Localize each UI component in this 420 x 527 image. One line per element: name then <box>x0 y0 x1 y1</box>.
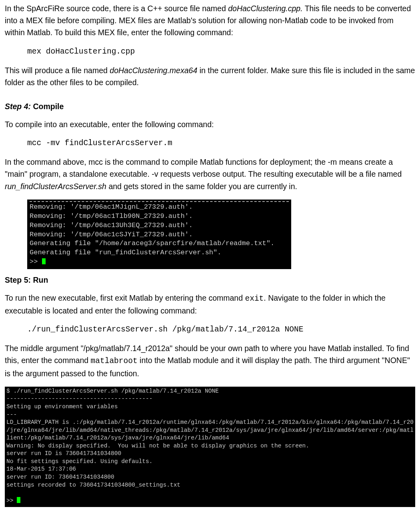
term-line: Generating file "run_findClusterArcsServ… <box>30 249 221 256</box>
prompt: >> <box>6 497 17 504</box>
inline-command: exit <box>245 294 264 303</box>
prompt: >> <box>30 258 42 265</box>
term-line: Removing: '/tmp/06ac13Uh3EQ_27329.auth'. <box>30 222 193 229</box>
filename: doHacClustering.cpp. <box>228 4 302 13</box>
paragraph-run-args: The middle argument "/pkg/matlab/7.14_r2… <box>5 342 415 379</box>
term-line: --- <box>6 411 17 418</box>
text: In the command above, mcc is the command… <box>5 158 402 178</box>
term-line: No fit settings specified. Using default… <box>6 458 152 465</box>
term-line: ----------------------------------------… <box>6 395 152 402</box>
cursor-icon <box>42 258 46 264</box>
term-line: 18-Mar-2015 17:37:06 <box>6 466 76 472</box>
text: To run the new executable, first exit Ma… <box>5 293 245 302</box>
paragraph-compile-intro: To compile into an executable, enter the… <box>5 118 415 130</box>
terminal-output-run: $ ./run_findClusterArcsServer.sh /pkg/ma… <box>5 387 415 507</box>
terminal-output-compile: Removing: '/tmp/06ac1MJignL_27329.auth'.… <box>27 200 291 269</box>
term-line: server run ID: 7360417341034800 <box>6 474 114 480</box>
term-line: Setting up environment variables <box>6 403 118 410</box>
term-line: /jre/glnxa64/jre/lib/amd64/native_thread… <box>6 427 414 433</box>
command-mcc: mcc -mv findClusterArcsServer.m <box>27 138 415 149</box>
inline-command: matlabroot <box>91 357 138 365</box>
term-line: Generating file "/home/araceg3/sparcfire… <box>30 240 274 247</box>
step4-heading: Step 4: Compile <box>5 100 415 112</box>
step-title: Compile <box>31 102 64 111</box>
term-line: Removing: '/tmp/06ac1MJignL_27329.auth'. <box>30 203 193 211</box>
paragraph-mcc-explain: In the command above, mcc is the command… <box>5 156 415 192</box>
command-run: ./run_findClusterArcsServer.sh /pkg/matl… <box>27 324 415 335</box>
term-line: $ ./run_findClusterArcsServer.sh /pkg/ma… <box>6 388 219 394</box>
command-mex: mex doHacClustering.cpp <box>27 46 415 57</box>
step-label: Step 4: <box>5 102 31 111</box>
paragraph-intro: In the SpArcFiRe source code, there is a… <box>5 2 415 39</box>
cursor-icon <box>17 497 20 503</box>
term-line: LD_LIBRARY_PATH is .:/pkg/matlab/7.14_r2… <box>6 419 414 425</box>
text: and gets stored in the same folder you a… <box>106 182 297 191</box>
filename: doHacClustering.mexa64 <box>110 66 197 75</box>
term-line: Removing: '/tmp/06ac1cSJYiT_27329.auth'. <box>30 231 193 238</box>
text: This will produce a file named <box>5 66 110 75</box>
filename: run_findClusterArcsServer.sh <box>5 182 106 191</box>
step5-heading: Step 5: Run <box>5 274 415 286</box>
term-line: Warning: No display specified. You will … <box>6 443 309 449</box>
paragraph-run-intro: To run the new executable, first exit Ma… <box>5 292 415 317</box>
paragraph-mex-result: This will produce a file named doHacClus… <box>5 64 415 88</box>
term-line <box>6 489 10 496</box>
term-line: settings recorded to 7360417341034800_se… <box>6 482 180 488</box>
term-line: lient:/pkg/matlab/7.14_r2012a/sys/java/j… <box>6 435 229 441</box>
term-line: Removing: '/tmp/06ac1Tlb90N_27329.auth'. <box>30 212 193 220</box>
term-line: server run ID is 7360417341034800 <box>6 450 121 457</box>
text: In the SpArcFiRe source code, there is a… <box>5 4 228 13</box>
